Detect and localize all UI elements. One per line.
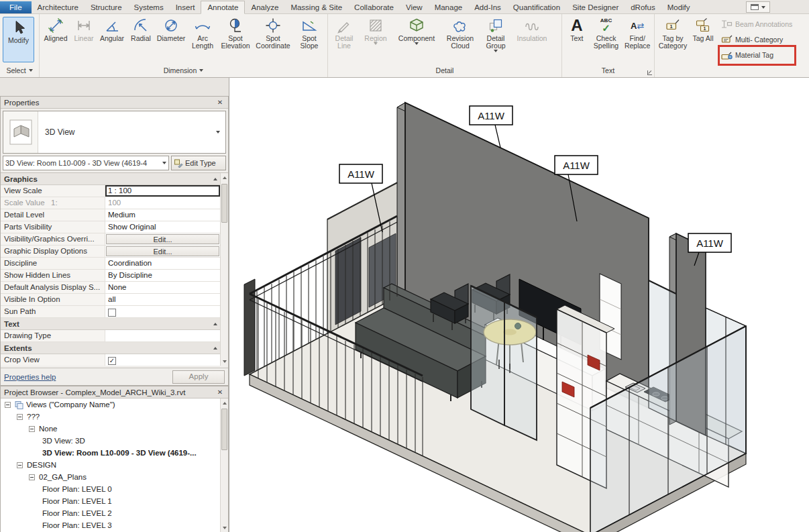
ribbon-display-toggle[interactable] (746, 1, 770, 13)
section-text[interactable]: Text (1, 318, 228, 330)
tab-manage[interactable]: Manage (429, 1, 469, 13)
tab-site-designer[interactable]: Site Designer (566, 1, 625, 13)
diameter-dimension-button[interactable]: Diameter (155, 15, 187, 64)
tab-structure[interactable]: Structure (85, 1, 128, 13)
model-viewport[interactable]: A11W A11W A11W A11W (229, 78, 809, 532)
wall-tag[interactable]: A11W (470, 106, 513, 125)
aligned-dimension-button[interactable]: Aligned (41, 15, 70, 64)
project-browser-header[interactable]: Project Browser - Complex_Model_ARCH_Wik… (1, 386, 228, 398)
angular-dimension-button[interactable]: Angular (97, 15, 127, 64)
visibility-edit-button[interactable]: Edit... (106, 234, 219, 244)
tab-collaborate[interactable]: Collaborate (348, 1, 400, 13)
collapse-expander-icon[interactable] (17, 462, 23, 468)
tab-quantification[interactable]: Quantification (507, 1, 566, 13)
collapse-expander-icon[interactable] (29, 474, 35, 480)
tree-item-floor-plan-level-3[interactable]: Floor Plan: LEVEL 3 (1, 519, 228, 531)
detail-group-button[interactable]: Detail Group (480, 15, 512, 64)
close-icon[interactable]: ✕ (215, 99, 225, 106)
type-selector[interactable]: 3D View (3, 111, 226, 154)
tree-item-floor-plan-level-1[interactable]: Floor Plan: LEVEL 1 (1, 495, 228, 507)
check-spelling-button[interactable]: ABC✓ Check Spelling (590, 15, 623, 64)
properties-header[interactable]: Properties ✕ (1, 97, 228, 109)
find-replace-button[interactable]: A⇄ Find/ Replace (622, 15, 653, 64)
crop-view-checkbox[interactable]: ✓ (108, 357, 116, 365)
sun-path-checkbox[interactable] (108, 309, 116, 317)
insulation-button[interactable]: Insulation (512, 15, 552, 64)
graphic-display-edit-button[interactable]: Edit... (106, 246, 219, 256)
tree-item-floor-plan-level-0[interactable]: Floor Plan: LEVEL 0 (1, 483, 228, 495)
revision-cloud-button[interactable]: Revision Cloud (441, 15, 480, 64)
spot-coordinate-button[interactable]: Spot Coordinate (253, 15, 293, 64)
apply-button[interactable]: Apply (172, 370, 225, 384)
tab-modify[interactable]: Modify (661, 1, 696, 13)
scroll-up-icon[interactable] (221, 398, 228, 407)
wall-tag[interactable]: A11W (339, 164, 382, 183)
scroll-down-icon[interactable] (221, 357, 228, 366)
linear-dimension-button[interactable]: Linear (70, 15, 97, 64)
section-graphics[interactable]: Graphics (1, 173, 228, 185)
view-selector-combobox[interactable]: 3D View: Room L10-009 - 3D View (4619-4 (3, 156, 169, 170)
tree-item-none[interactable]: None (1, 423, 228, 435)
tab-view[interactable]: View (400, 1, 429, 13)
parts-visibility-value[interactable]: Show Original (105, 221, 220, 233)
tree-item-design[interactable]: DESIGN (1, 459, 228, 471)
tag-by-category-button[interactable]: 1 Tag by Category (656, 15, 690, 64)
properties-scrollbar[interactable] (220, 173, 228, 366)
text-button[interactable]: A Text (563, 15, 590, 64)
tab-drofus[interactable]: dRofus (625, 1, 661, 13)
select-panel-label[interactable]: Select (0, 64, 39, 76)
tab-file[interactable]: File (0, 1, 32, 13)
view-scale-value[interactable]: 1 : 100 (105, 185, 220, 197)
tab-massing-site[interactable]: Massing & Site (284, 1, 348, 13)
text-panel-dialog-launcher[interactable] (647, 70, 652, 75)
tree-item-views-root[interactable]: Views ("Company Name") (1, 398, 228, 411)
edit-type-button[interactable]: Edit Type (171, 156, 226, 170)
browser-scrollbar[interactable] (220, 398, 228, 532)
tree-item-unknown[interactable]: ??? (1, 411, 228, 423)
drawing-type-value[interactable] (105, 330, 220, 341)
hidden-lines-value[interactable]: By Discipline (105, 270, 220, 281)
tab-analyze[interactable]: Analyze (245, 1, 284, 13)
radial-dimension-button[interactable]: Radial (127, 15, 155, 64)
tab-insert[interactable]: Insert (170, 1, 201, 13)
section-extents[interactable]: Extents (1, 342, 228, 354)
tree-item-3d-view-room[interactable]: 3D View: Room L10-009 - 3D View (4619-..… (1, 447, 228, 459)
tab-add-ins[interactable]: Add-Ins (468, 1, 507, 13)
beam-annotations-button[interactable]: Beam Annotations (718, 16, 795, 32)
wall-tag[interactable]: A11W (555, 156, 598, 174)
drawing-area[interactable]: A11W A11W A11W A11W (229, 78, 809, 532)
component-button[interactable]: Component (392, 15, 441, 64)
close-icon[interactable]: ✕ (215, 388, 225, 396)
tree-item-label: Floor Plan: LEVEL 0 (42, 485, 112, 493)
discipline-value[interactable]: Coordination (105, 258, 220, 269)
detail-line-button[interactable]: Detail Line (329, 15, 359, 64)
scrollbar-thumb[interactable] (221, 409, 227, 450)
collapse-expander-icon[interactable] (29, 426, 35, 432)
collapse-expander-icon[interactable] (17, 414, 23, 420)
tab-architecture[interactable]: Architecture (32, 1, 85, 13)
tab-annotate[interactable]: Annotate (201, 1, 245, 14)
multi-category-button[interactable]: Multi- Category (718, 32, 795, 47)
detail-level-value[interactable]: Medium (105, 209, 220, 221)
tab-systems[interactable]: Systems (128, 1, 170, 13)
wall-tag[interactable]: A11W (688, 233, 731, 252)
modify-button[interactable]: Modify (3, 17, 34, 62)
properties-help-link[interactable]: Properties help (4, 373, 56, 381)
scroll-up-icon[interactable] (221, 173, 228, 182)
spot-elevation-button[interactable]: Spot Elevation (218, 15, 253, 64)
material-tag-button[interactable]: Material Tag (718, 47, 795, 62)
collapse-expander-icon[interactable] (5, 402, 11, 408)
scrollbar-thumb[interactable] (221, 184, 227, 223)
scroll-down-icon[interactable] (221, 523, 228, 532)
tree-item-floor-plan-level-2[interactable]: Floor Plan: LEVEL 2 (1, 507, 228, 519)
tree-item-ga-plans[interactable]: 02_GA_Plans (1, 471, 228, 483)
visible-in-option-value[interactable]: all (105, 294, 220, 305)
arc-length-dimension-button[interactable]: Arc Length (187, 15, 218, 64)
tree-item-label: 3D View: Room L10-009 - 3D View (4619-..… (42, 449, 197, 457)
dimension-panel-label[interactable]: Dimension (40, 64, 327, 76)
spot-slope-button[interactable]: Spot Slope (293, 15, 325, 64)
tag-all-button[interactable]: 1 Tag All (690, 15, 716, 64)
tree-item-3d-view-3d[interactable]: 3D View: 3D (1, 435, 228, 447)
analysis-display-value[interactable]: None (105, 282, 220, 293)
region-button[interactable]: Region (359, 15, 392, 64)
